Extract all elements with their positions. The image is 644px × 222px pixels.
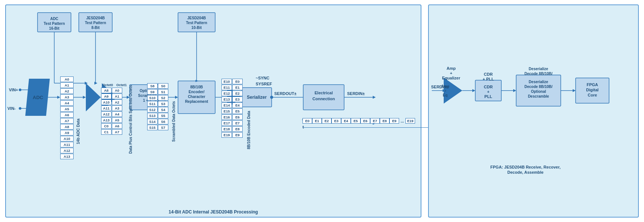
adc-cell-a0: A0 <box>60 76 74 82</box>
adc-cell-a3: A3 <box>60 94 74 100</box>
svg-text:Deserialize: Deserialize <box>529 80 548 84</box>
svg-text:SYSREF: SYSREF <box>256 82 272 86</box>
adc-cell-a6: A6 <box>60 112 74 118</box>
svg-marker-87 <box>513 89 516 92</box>
adc-cell-a5: A5 <box>60 106 74 112</box>
svg-text:Replacement: Replacement <box>185 99 208 104</box>
svg-marker-76 <box>443 89 446 92</box>
svg-marker-38 <box>175 96 178 99</box>
main-container: VIN+ VIN- ADC ADC <box>0 0 644 222</box>
svg-text:Connection: Connection <box>313 97 335 101</box>
timeline-arrow <box>302 127 444 128</box>
svg-text:8-Bit: 8-Bit <box>91 26 100 30</box>
svg-marker-49 <box>195 80 198 82</box>
timeline-row: E0 E1 E2 E3 E4 E5 E6 E7 E8 E9 ... E19 <box>302 118 415 124</box>
svg-text:Encoder/: Encoder/ <box>189 90 205 94</box>
adc-data-column: A0 A1 A2 A3 A4 A5 A6 A7 A8 A9 A10 A11 A1… <box>60 76 74 159</box>
svg-rect-97 <box>576 78 609 103</box>
svg-rect-88 <box>516 75 561 106</box>
svg-marker-11 <box>83 96 86 99</box>
octet0-header: Octet0 <box>101 83 114 87</box>
svg-text:Amp: Amp <box>447 66 456 71</box>
svg-marker-96 <box>573 89 576 92</box>
svg-text:Character: Character <box>188 95 206 99</box>
adc-cell-a11: A11 <box>60 142 74 147</box>
svg-text:8B/10B: 8B/10B <box>190 85 203 89</box>
svg-text:Digital: Digital <box>586 88 599 92</box>
svg-text:CDR: CDR <box>484 85 493 89</box>
svg-text:PLL: PLL <box>485 94 492 99</box>
svg-text:Eq: Eq <box>443 93 448 97</box>
adc-cell-a9: A9 <box>60 130 74 136</box>
svg-text:VIN-: VIN- <box>7 106 16 111</box>
svg-text:Amp: Amp <box>441 84 449 88</box>
octet-grid: Octet0 Octet1 A8 A9 A10 A11 A12 A13 C0 C… <box>101 83 128 135</box>
svg-rect-59 <box>303 85 344 110</box>
svg-point-5 <box>19 107 22 110</box>
svg-text:Equalizer: Equalizer <box>442 76 461 80</box>
svg-text:Test Pattern: Test Pattern <box>43 22 65 26</box>
svg-text:Optional: Optional <box>531 89 546 94</box>
adc-cell-a2: A2 <box>60 88 74 94</box>
svg-text:SERDIN±: SERDIN± <box>347 91 365 96</box>
svg-text:Test Pattern: Test Pattern <box>85 21 106 25</box>
svg-text:Serializer: Serializer <box>247 95 267 100</box>
svg-text:SERDOUT±: SERDOUT± <box>274 91 297 96</box>
svg-text:Descramble: Descramble <box>528 94 549 98</box>
svg-marker-64 <box>373 96 376 99</box>
svg-text:+: + <box>450 71 452 75</box>
encoded-grid: E10 E11 E12 E13 E14 E15 E16 E17 E18 E19 … <box>221 79 243 138</box>
svg-text:+ PLL: + PLL <box>483 77 494 81</box>
adc-cell-a1: A1 <box>60 82 74 88</box>
svg-text:JESD204B: JESD204B <box>187 16 206 20</box>
adc-cell-a10: A10 <box>60 136 74 141</box>
timeline-t-label: t <box>302 125 304 129</box>
octet-label: Data Plus Control Bits Split Into Octets <box>129 85 133 154</box>
adc-cell-a7: A7 <box>60 118 74 124</box>
svg-text:CDR: CDR <box>484 72 493 76</box>
encoded-label: 8B/10B Encoded Data <box>247 111 251 149</box>
adc-cell-a13: A13 <box>60 154 74 159</box>
svg-text:Test Pattern: Test Pattern <box>186 21 207 25</box>
svg-marker-9 <box>57 96 60 99</box>
svg-text:Decode, Assemble: Decode, Assemble <box>507 170 543 174</box>
svg-text:VIN+: VIN+ <box>9 88 18 92</box>
svg-marker-19 <box>85 82 88 85</box>
svg-rect-20 <box>79 13 112 32</box>
svg-text:+: + <box>487 89 489 94</box>
svg-text:ADC: ADC <box>50 17 58 21</box>
svg-text:Decode 8B/10B/: Decode 8B/10B/ <box>524 72 553 76</box>
adc-data-label: 14b ADC Data <box>76 118 80 144</box>
svg-text:10-Bit: 10-Bit <box>191 26 202 30</box>
left-box-label: 14-Bit ADC Internal JESD204B Processing <box>169 209 258 215</box>
svg-text:FPGA: FPGA <box>587 82 598 87</box>
svg-marker-68 <box>444 78 462 104</box>
svg-rect-44 <box>178 13 215 32</box>
scrambled-label: Scrambled Data Octets <box>172 101 176 142</box>
right-svg: Amp + Eq Amp + Equalizer SERDIN± CDR + P… <box>429 5 638 217</box>
svg-point-4 <box>19 89 22 91</box>
adc-cell-a8: A8 <box>60 124 74 130</box>
svg-text:SERDIN±: SERDIN± <box>431 85 449 89</box>
svg-marker-26 <box>94 82 97 85</box>
left-processing-box: VIN+ VIN- ADC ADC <box>5 4 421 218</box>
octet1-col: A0 A1 A2 A3 A4 A5 A6 A7 <box>112 88 122 135</box>
adc-cell-a4: A4 <box>60 100 74 106</box>
svg-marker-12 <box>86 83 101 111</box>
svg-text:Decode 8B/10B/: Decode 8B/10B/ <box>524 85 553 89</box>
svg-text:JESD204B: JESD204B <box>86 16 105 20</box>
svg-text:ADC: ADC <box>33 95 43 100</box>
svg-text:16-Bit: 16-Bit <box>49 26 59 30</box>
scrambled-grid: S8 S9 S10 S11 S12 S13 S14 S15 S0 S1 S2 S… <box>147 83 168 130</box>
adc-cell-a12: A12 <box>60 148 74 153</box>
svg-marker-6 <box>25 79 50 116</box>
svg-point-56 <box>270 96 273 99</box>
svg-rect-80 <box>475 80 501 101</box>
octet0-col: A8 A9 A10 A11 A12 A13 C0 C1 <box>101 88 111 135</box>
right-fpga-box: Amp + Eq Amp + Equalizer SERDIN± CDR + P… <box>428 4 639 218</box>
svg-rect-13 <box>38 13 71 32</box>
svg-text:Core: Core <box>588 93 597 97</box>
octet1-header: Octet1 <box>115 83 128 87</box>
svg-text:FPGA: JESD204B Receive, Recove: FPGA: JESD204B Receive, Recover, <box>491 165 561 169</box>
svg-text:~SYNC: ~SYNC <box>256 76 269 80</box>
